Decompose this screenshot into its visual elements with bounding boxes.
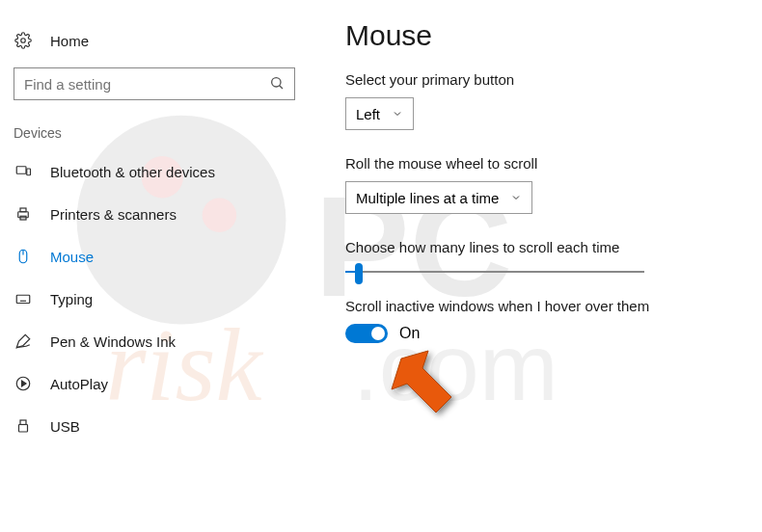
svg-point-7 xyxy=(272,77,281,86)
sidebar-item-label: Typing xyxy=(50,291,93,307)
dropdown-value: Left xyxy=(356,106,380,122)
wheel-scroll-dropdown[interactable]: Multiple lines at a time xyxy=(345,181,532,214)
devices-icon xyxy=(14,162,33,181)
sidebar-item-printers[interactable]: Printers & scanners xyxy=(8,193,301,235)
slider-thumb[interactable] xyxy=(355,263,363,284)
toggle-state-label: On xyxy=(399,325,420,342)
mouse-icon xyxy=(14,247,33,266)
section-label: Devices xyxy=(8,121,301,150)
svg-rect-9 xyxy=(16,167,26,174)
sidebar-item-bluetooth[interactable]: Bluetooth & other devices xyxy=(8,150,301,193)
svg-point-6 xyxy=(21,39,26,43)
main-content: Mouse Select your primary button Left Ro… xyxy=(345,19,743,368)
gear-icon xyxy=(14,31,33,50)
sidebar-item-pen[interactable]: Pen & Windows Ink xyxy=(8,320,301,362)
primary-button-dropdown[interactable]: Left xyxy=(345,97,414,130)
sidebar-item-label: USB xyxy=(50,418,80,435)
sidebar-item-typing[interactable]: Typing xyxy=(8,278,301,320)
sidebar-item-label: Pen & Windows Ink xyxy=(50,333,176,350)
svg-rect-12 xyxy=(20,208,26,212)
wheel-scroll-label: Roll the mouse wheel to scroll xyxy=(345,155,743,172)
annotation-arrow-icon xyxy=(386,345,463,422)
sidebar-item-label: Bluetooth & other devices xyxy=(50,164,215,180)
svg-line-8 xyxy=(280,85,283,88)
svg-rect-10 xyxy=(27,169,31,175)
svg-rect-24 xyxy=(19,425,28,433)
autoplay-icon xyxy=(14,374,33,393)
dropdown-value: Multiple lines at a time xyxy=(356,190,499,206)
svg-rect-23 xyxy=(20,420,26,425)
toggle-knob xyxy=(371,327,385,340)
lines-slider[interactable] xyxy=(345,271,644,273)
svg-rect-11 xyxy=(18,212,29,218)
svg-marker-22 xyxy=(22,381,27,386)
chevron-down-icon xyxy=(510,192,522,203)
svg-rect-16 xyxy=(16,295,30,303)
inactive-scroll-label: Scroll inactive windows when I hover ove… xyxy=(345,298,743,314)
chevron-down-icon xyxy=(392,108,403,120)
sidebar-item-usb[interactable]: USB xyxy=(8,405,301,447)
search-icon xyxy=(269,75,285,93)
sidebar-item-label: AutoPlay xyxy=(50,376,108,392)
sidebar-item-label: Mouse xyxy=(50,249,94,265)
search-input[interactable] xyxy=(24,76,256,93)
search-input-container[interactable] xyxy=(14,67,295,100)
usb-icon xyxy=(14,416,33,436)
sidebar-item-autoplay[interactable]: AutoPlay xyxy=(8,362,301,405)
home-label: Home xyxy=(50,33,89,49)
sidebar-item-label: Printers & scanners xyxy=(50,206,177,223)
pen-icon xyxy=(14,332,33,351)
sidebar-item-mouse[interactable]: Mouse xyxy=(8,235,301,278)
home-nav-item[interactable]: Home xyxy=(8,23,301,64)
keyboard-icon xyxy=(14,289,33,308)
primary-button-label: Select your primary button xyxy=(345,71,743,88)
lines-to-scroll-label: Choose how many lines to scroll each tim… xyxy=(345,239,743,255)
page-title: Mouse xyxy=(345,19,743,52)
settings-sidebar: Home Devices Bluetooth & other devices P… xyxy=(0,0,309,455)
inactive-scroll-toggle[interactable] xyxy=(345,324,388,343)
printer-icon xyxy=(14,204,33,224)
